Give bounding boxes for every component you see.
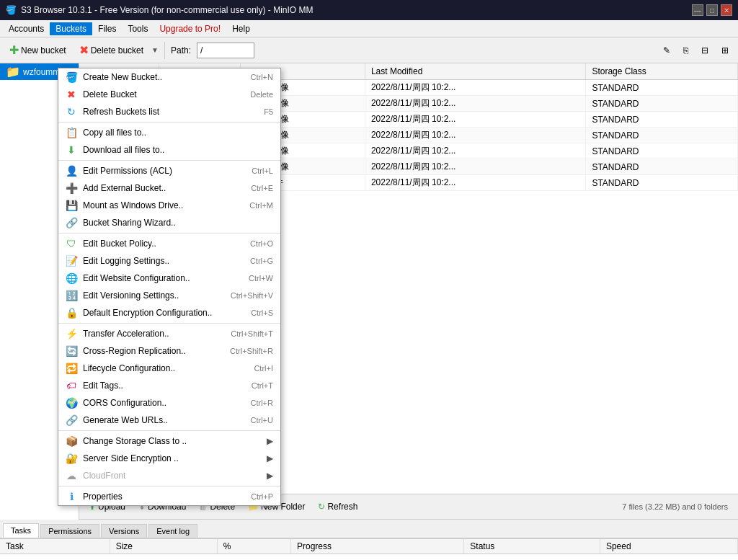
ctx-item-edit-tags[interactable]: 🏷 Edit Tags.. Ctrl+T <box>58 377 280 394</box>
ctx-label: Add External Bucket.. <box>83 183 245 193</box>
menu-help[interactable]: Help <box>226 22 256 35</box>
ctx-item-cross-region[interactable]: 🔄 Cross-Region Replication.. Ctrl+Shift+… <box>58 342 280 360</box>
path-input[interactable] <box>197 43 254 58</box>
cell-modified: 2022/8/11/周四 10:2... <box>365 112 585 128</box>
ctx-item-lifecycle[interactable]: 🔁 Lifecycle Configuration.. Ctrl+I <box>58 360 280 377</box>
view-icon: ⊞ <box>721 45 729 55</box>
ctx-label: Default Encryption Configuration.. <box>83 308 245 318</box>
close-button[interactable]: ✕ <box>721 4 732 16</box>
tabs-bar: Tasks Permissions Versions Event log <box>0 520 738 538</box>
menu-accounts[interactable]: Accounts <box>3 22 50 35</box>
menu-tools[interactable]: Tools <box>122 22 154 35</box>
ctx-item-edit-bucket-policy[interactable]: 🛡 Edit Bucket Policy.. Ctrl+O <box>58 235 280 252</box>
cell-modified: 2022/8/11/周四 10:2... <box>365 80 585 96</box>
menu-upgrade[interactable]: Upgrade to Pro! <box>154 22 226 35</box>
title-text: S3 Browser 10.3.1 - Free Version (for no… <box>21 5 692 15</box>
path-label: Path: <box>171 45 191 55</box>
ctx-item-edit-website[interactable]: 🌐 Edit Website Configuration.. Ctrl+W <box>58 270 280 287</box>
ctx-icon: ✖ <box>66 89 77 100</box>
view-button[interactable]: ⊞ <box>716 43 734 58</box>
task-col-speed: Speed <box>600 539 737 554</box>
ctx-label: Server Side Encryption .. <box>83 453 261 463</box>
ctx-label: Edit Tags.. <box>83 381 246 391</box>
titlebar: 🪣 S3 Browser 10.3.1 - Free Version (for … <box>0 0 738 20</box>
ctx-item-delete-bucket[interactable]: ✖ Delete Bucket Delete <box>58 86 280 103</box>
maximize-button[interactable]: □ <box>706 4 718 16</box>
task-col-size: Size <box>110 539 217 554</box>
ctx-label: Delete Bucket <box>83 89 244 99</box>
tab-tasks[interactable]: Tasks <box>3 523 39 538</box>
ctx-label: Change Storage Class to .. <box>83 436 261 446</box>
ctx-item-server-side-encryption[interactable]: 🔐 Server Side Encryption .. ▶ <box>58 450 280 467</box>
shortcut-label: Ctrl+Shift+V <box>231 291 273 300</box>
context-menu[interactable]: 🪣 Create New Bucket.. Ctrl+N ✖ Delete Bu… <box>58 68 281 506</box>
toolbar: ✚ New bucket ✖ Delete bucket ▼ Path: ✎ ⎘… <box>0 37 738 63</box>
task-col-task: Task <box>0 539 110 554</box>
ctx-icon: 🔗 <box>66 414 77 426</box>
shortcut-label: F5 <box>264 107 273 116</box>
toolbar-arrow-icon: ▼ <box>151 46 159 54</box>
filter-button[interactable]: ⊟ <box>696 43 713 58</box>
ctx-icon: 👤 <box>66 165 77 177</box>
ctx-icon: 🌍 <box>66 397 77 409</box>
delete-bucket-button[interactable]: ✖ Delete bucket <box>74 40 148 60</box>
ctx-item-mount-drive[interactable]: 💾 Mount as Windows Drive.. Ctrl+M <box>58 197 280 214</box>
tab-permissions[interactable]: Permissions <box>40 524 99 538</box>
shortcut-label: Ctrl+G <box>250 257 273 265</box>
ctx-icon: ⬇ <box>66 144 77 156</box>
shortcut-label: Ctrl+Shift+R <box>230 347 273 355</box>
shortcut-label: Ctrl+R <box>251 399 273 407</box>
ctx-item-transfer-acceleration[interactable]: ⚡ Transfer Acceleration.. Ctrl+Shift+T <box>58 325 280 342</box>
ctx-item-edit-logging[interactable]: 📝 Edit Logging Settings.. Ctrl+G <box>58 252 280 270</box>
ctx-item-edit-versioning[interactable]: 🔢 Edit Versioning Settings.. Ctrl+Shift+… <box>58 287 280 304</box>
ctx-label: Edit Bucket Policy.. <box>83 239 244 249</box>
new-bucket-button[interactable]: ✚ New bucket <box>4 40 71 60</box>
ctx-icon: 🌐 <box>66 272 77 284</box>
cell-storage-class: STANDARD <box>586 80 738 96</box>
submenu-arrow-icon: ▶ <box>267 453 273 463</box>
menu-files[interactable]: Files <box>92 22 122 35</box>
ctx-item-create-new-bucket[interactable]: 🪣 Create New Bucket.. Ctrl+N <box>58 68 280 86</box>
ctx-item-cors[interactable]: 🌍 CORS Configuration.. Ctrl+R <box>58 394 280 412</box>
shortcut-label: Ctrl+E <box>251 184 273 192</box>
ctx-item-properties[interactable]: ℹ Properties Ctrl+P <box>58 488 280 505</box>
tab-eventlog[interactable]: Event log <box>148 524 197 538</box>
ctx-item-default-encryption[interactable]: 🔒 Default Encryption Configuration.. Ctr… <box>58 304 280 321</box>
ctx-item-add-external-bucket[interactable]: ➕ Add External Bucket.. Ctrl+E <box>58 179 280 197</box>
ctx-item-change-storage-class[interactable]: 📦 Change Storage Class to .. ▶ <box>58 432 280 450</box>
copy-path-button[interactable]: ⎘ <box>678 43 693 58</box>
edit-path-button[interactable]: ✎ <box>658 43 675 58</box>
ctx-item-copy-all-files[interactable]: 📋 Copy all files to.. <box>58 124 280 141</box>
ctx-label: Edit Logging Settings.. <box>83 256 244 266</box>
tab-versions[interactable]: Versions <box>101 524 147 538</box>
ctx-label: Mount as Windows Drive.. <box>83 200 244 210</box>
ctx-item-download-all-files[interactable]: ⬇ Download all files to.. <box>58 141 280 159</box>
col-modified[interactable]: Last Modified <box>365 63 585 80</box>
cell-storage-class: STANDARD <box>586 175 738 191</box>
col-storage[interactable]: Storage Class <box>586 63 738 80</box>
cell-modified: 2022/8/11/周四 10:2... <box>365 143 585 159</box>
minimize-button[interactable]: — <box>692 4 703 16</box>
cell-modified: 2022/8/11/周四 10:2... <box>365 175 585 191</box>
ctx-item-bucket-sharing[interactable]: 🔗 Bucket Sharing Wizard.. <box>58 214 280 231</box>
delete-bucket-label: Delete bucket <box>91 45 143 55</box>
toolbar-separator <box>164 42 165 59</box>
refresh-files-button[interactable]: ↻ Refresh <box>313 499 363 515</box>
ctx-label: Edit Permissions (ACL) <box>83 166 246 176</box>
ctx-icon: ⚡ <box>66 328 77 339</box>
refresh-icon: ↻ <box>318 502 325 512</box>
ctx-label: Bucket Sharing Wizard.. <box>83 218 273 228</box>
ctx-item-generate-urls[interactable]: 🔗 Generate Web URLs.. Ctrl+U <box>58 412 280 429</box>
ctx-separator <box>58 323 280 324</box>
shortcut-label: Ctrl+T <box>252 381 273 390</box>
ctx-item-edit-permissions[interactable]: 👤 Edit Permissions (ACL) Ctrl+L <box>58 162 280 179</box>
cell-modified: 2022/8/11/周四 10:2... <box>365 96 585 112</box>
ctx-label: CORS Configuration.. <box>83 398 245 408</box>
cell-modified: 2022/8/11/周四 10:2... <box>365 159 585 175</box>
ctx-icon: ☁ <box>66 470 77 481</box>
task-col-progress: Progress <box>291 539 464 554</box>
ctx-icon: 💾 <box>66 200 77 211</box>
menu-buckets[interactable]: Buckets <box>50 22 92 35</box>
ctx-item-refresh-buckets[interactable]: ↻ Refresh Buckets list F5 <box>58 103 280 120</box>
ctx-label: Refresh Buckets list <box>83 107 258 117</box>
